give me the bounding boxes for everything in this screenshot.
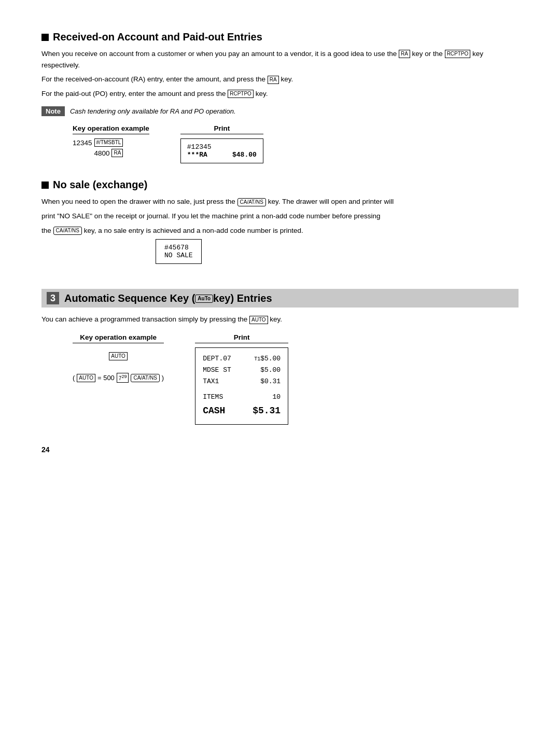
section1-receipt-amount: $48.00 [232, 151, 257, 159]
ra-key-inline: RA [399, 50, 410, 58]
section2-receipt: #45678 NO SALE [156, 239, 202, 264]
note-label: Note [41, 106, 65, 116]
section3-title-text: Automatic Sequence Key (AuTokey) Entries [64, 292, 272, 304]
section3-auto-key-display: AUTO [109, 352, 128, 360]
section2-title-text: No sale (exchange) [53, 179, 147, 191]
section3-title-post: key) Entries [213, 292, 272, 304]
ca-at-ns-key-expr: CA/AT/NS [131, 374, 159, 382]
section1-receipt-line2: ***RA $48.00 [187, 151, 257, 159]
section1-para3-start: For the paid-out (PO) entry, enter the a… [41, 90, 226, 97]
section1-print-header: Print [180, 124, 263, 134]
black-square-icon2 [41, 181, 49, 189]
section2-para3-start: the [41, 227, 51, 234]
section1-receipt-ra: ***RA [187, 151, 207, 159]
section3-title: 3 Automatic Sequence Key (AuTokey) Entri… [41, 289, 519, 308]
section1-title: Received-on Account and Paid-out Entries [41, 31, 519, 43]
section1-key-op-line2: 4800 RA [94, 149, 123, 157]
section2-receipt-line1: #45678 [164, 244, 193, 252]
section3-receipt-mdse: MDSE ST $5.00 [203, 365, 281, 376]
section1-op-num1: 12345 [73, 139, 92, 147]
section1-key-op-lines: 12345 #/TMSBTL 4800 RA [73, 138, 123, 157]
section1-para2-end: key. [281, 75, 293, 83]
receipt-cash-label: CASH [203, 403, 225, 419]
receipt-dept-right: T1$5.00 [254, 353, 281, 365]
section3-para1: You can achieve a programmed transaction… [41, 314, 519, 325]
section2-para1-text: When you need to open the drawer with no… [41, 198, 235, 205]
ra-key-op: RA [111, 149, 123, 157]
section3-receipt-dept: DEPT.07 T1$5.00 [203, 353, 281, 365]
section1-para3: For the paid-out (PO) entry, enter the a… [41, 88, 519, 100]
ra-key-inline2: RA [268, 76, 279, 84]
receipt-items-label: ITEMS [203, 392, 223, 403]
section1-print-col: Print #12345 ***RA $48.00 [180, 124, 263, 163]
black-square-icon [41, 34, 49, 41]
receipt-tax-value: $0.31 [260, 376, 281, 387]
num7-key: 729 [117, 373, 129, 383]
section1-para1-mid: key or the [412, 50, 443, 58]
section1-op-table: Key operation example 12345 #/TMSBTL 480… [73, 124, 519, 163]
section-no-sale: No sale (exchange) When you need to open… [41, 179, 519, 274]
section1-para1: When you receive on account from a custo… [41, 48, 519, 71]
section2-title: No sale (exchange) [41, 179, 519, 191]
auto-key-inline: AUTO [249, 316, 268, 324]
section3-title-pre: Automatic Sequence Key ( [64, 292, 195, 304]
section3-number: 3 [47, 292, 59, 304]
section1-op-num2: 4800 [94, 149, 109, 157]
auto-key-expr1: AUTO [77, 374, 95, 382]
section3-op-table: Key operation example AUTO ( AUTO = 500 … [73, 333, 519, 425]
section1-title-text: Received-on Account and Paid-out Entries [53, 31, 262, 43]
section2-para3: the CA/AT/NS key, a no sale entry is ach… [41, 225, 519, 236]
section1-para2-start: For the received-on-account (RA) entry, … [41, 75, 265, 83]
section1-key-op-header: Key operation example [73, 124, 149, 134]
expr-close: ) [162, 374, 164, 382]
section1-para1-text: When you receive on account from a custo… [41, 50, 397, 58]
receipt-dept-label: DEPT.07 [203, 353, 231, 365]
receipt-items-count: 10 [273, 392, 281, 403]
section1-key-op-col: Key operation example 12345 #/TMSBTL 480… [73, 124, 149, 157]
section1-receipt-num: #12345 [187, 143, 212, 151]
page-number: 24 [41, 445, 519, 454]
tmsbtl-key: #/TMSBTL [94, 138, 123, 147]
section3-key-op-content: AUTO ( AUTO = 500 729 CA/AT/NS ) [73, 352, 164, 383]
receipt-cash-value: $5.31 [253, 403, 281, 419]
section1-receipt-line1: #12345 [187, 143, 257, 151]
receipt-dept-tax: T1 [254, 356, 260, 362]
section1-para3-end: key. [256, 90, 268, 97]
section2-receipt-line2: NO SALE [164, 252, 193, 259]
section3-print-col: Print DEPT.07 T1$5.00 MDSE ST $5.00 TAX1… [195, 333, 288, 425]
section3-key-op-col: Key operation example AUTO ( AUTO = 500 … [73, 333, 164, 383]
auto-key-title: AuTo [195, 295, 213, 303]
section2-para3-end: key, a no sale entry is achieved and a n… [84, 227, 303, 234]
expr-open: ( [73, 374, 75, 382]
receipt-mdse-label: MDSE ST [203, 365, 231, 376]
section1-para2: For the received-on-account (RA) entry, … [41, 74, 519, 85]
receipt-tax-label: TAX1 [203, 376, 219, 387]
section3-receipt-tax: TAX1 $0.31 [203, 376, 281, 387]
section3-receipt: DEPT.07 T1$5.00 MDSE ST $5.00 TAX1 $0.31… [195, 347, 288, 425]
receipt-dept-value: $5.00 [260, 355, 281, 362]
section2-para1-end: key. The drawer will open and printer wi… [268, 198, 394, 205]
section1-receipt: #12345 ***RA $48.00 [180, 138, 263, 163]
section2-para2: print "NO SALE" on the receipt or journa… [41, 211, 519, 222]
expr-eq: = 500 [97, 374, 115, 382]
section3-key-expr: ( AUTO = 500 729 CA/AT/NS ) [73, 373, 164, 383]
section3-receipt-cash: CASH $5.31 [203, 403, 281, 419]
section-auto-sequence: 3 Automatic Sequence Key (AuTokey) Entri… [41, 289, 519, 425]
ca-at-ns-key2: CA/AT/NS [53, 227, 82, 235]
section3-key-op-header: Key operation example [73, 333, 164, 343]
section-received-on-account: Received-on Account and Paid-out Entries… [41, 31, 519, 163]
expr-superscript: 29 [121, 374, 127, 379]
note-text: Cash tendering only available for RA and… [70, 107, 236, 115]
section2-para1: When you need to open the drawer with no… [41, 196, 519, 207]
section3-para1-end: key. [270, 315, 282, 323]
section2-para2-text: print "NO SALE" on the receipt or journa… [41, 212, 380, 220]
rcptpo-key-inline2: RCPTPO [228, 90, 254, 98]
auto-key-op: AUTO [109, 352, 128, 360]
section3-receipt-items: ITEMS 10 [203, 392, 281, 403]
section1-key-op-line1: 12345 #/TMSBTL [73, 138, 123, 147]
note-box: Note Cash tendering only available for R… [41, 106, 519, 116]
receipt-mdse-value: $5.00 [260, 365, 281, 376]
rcptpo-key-inline: RCPTPO [445, 50, 471, 58]
section3-para1-start: You can achieve a programmed transaction… [41, 315, 247, 323]
section3-print-header: Print [195, 333, 288, 343]
